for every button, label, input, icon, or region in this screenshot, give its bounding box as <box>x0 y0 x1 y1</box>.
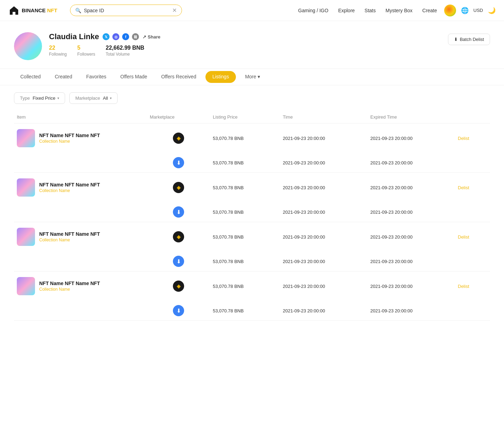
profile-name-row: Claudia Linke 𝕏 ◎ f ⛓ ↗ Share <box>49 32 490 41</box>
tab-collected[interactable]: Collected <box>14 69 47 85</box>
tab-listings[interactable]: Listings <box>205 71 236 83</box>
facebook-icon[interactable]: f <box>122 33 129 40</box>
table-row: NFT Name NFT Name NFT Collection Name ◈ … <box>14 271 490 301</box>
price-cell-2a: 53,070.78 BNB <box>210 185 280 190</box>
nav-mystery-box[interactable]: Mystery Box <box>386 8 413 13</box>
nft-thumbnail-3[interactable] <box>17 228 35 246</box>
language-icon[interactable]: 🌐 <box>461 7 469 14</box>
time-cell-3b: 2021-09-23 20:00:00 <box>280 259 368 264</box>
expired-cell-3b: 2021-09-23 20:00:00 <box>368 259 455 264</box>
svg-marker-0 <box>10 6 18 15</box>
expired-cell-1b: 2021-09-23 20:00:00 <box>368 160 455 165</box>
nav-stats[interactable]: Stats <box>365 8 376 13</box>
marketplace-cell-3b: ⬇ <box>147 256 210 267</box>
marketplace-cell-4b: ⬇ <box>147 305 210 316</box>
nft-group-3: NFT Name NFT Name NFT Collection Name ◈ … <box>14 222 490 271</box>
blue-marketplace-icon: ⬇ <box>173 305 184 316</box>
price-cell-4a: 53,070.78 BNB <box>210 284 280 289</box>
tabs-section: Collected Created Favorites Offers Made … <box>0 69 504 85</box>
table-row: ⬇ 53,070.78 BNB 2021-09-23 20:00:00 2021… <box>14 301 490 320</box>
profile-name: Claudia Linke <box>49 32 99 41</box>
user-avatar[interactable] <box>444 5 456 16</box>
blue-marketplace-icon: ⬇ <box>173 256 184 267</box>
expired-cell-4a: 2021-09-23 20:00:00 <box>368 284 455 289</box>
total-volume-stat: 22,662.99 BNB Total Volume <box>106 45 144 57</box>
nft-collection-3[interactable]: Collection Name <box>39 238 100 242</box>
chevron-down-icon: ▾ <box>258 74 260 79</box>
table-row: NFT Name NFT Name NFT Collection Name ◈ … <box>14 173 490 202</box>
twitter-icon[interactable]: 𝕏 <box>103 33 110 40</box>
nav-gaming-igo[interactable]: Gaming / IGO <box>298 8 328 13</box>
chain-icon[interactable]: ⛓ <box>132 33 139 40</box>
col-item: Item <box>14 114 147 120</box>
nft-item-4: NFT Name NFT Name NFT Collection Name <box>14 277 147 295</box>
discord-icon[interactable]: ◎ <box>112 33 119 40</box>
tab-more[interactable]: More ▾ <box>239 69 266 85</box>
following-count: 22 <box>49 45 67 51</box>
listings-table: Item Marketplace Listing Price Time Expi… <box>0 111 504 321</box>
price-cell-3b: 53,070.78 BNB <box>210 259 280 264</box>
nft-item-1: NFT Name NFT Name NFT Collection Name <box>14 129 147 147</box>
following-stat: 22 Following <box>49 45 67 57</box>
nft-thumbnail-2[interactable] <box>17 178 35 197</box>
col-time: Time <box>280 114 368 120</box>
col-listing-price: Listing Price <box>210 114 280 120</box>
tab-created[interactable]: Created <box>48 69 78 85</box>
theme-toggle[interactable]: 🌙 <box>488 7 496 14</box>
share-button[interactable]: ↗ Share <box>142 34 160 40</box>
expired-cell-1a: 2021-09-23 20:00:00 <box>368 136 455 141</box>
price-cell-2b: 53,070.78 BNB <box>210 210 280 215</box>
nft-collection-1[interactable]: Collection Name <box>39 139 100 144</box>
binance-marketplace-icon: ◈ <box>173 133 184 144</box>
delist-button-1a[interactable]: Delist <box>458 136 469 141</box>
nft-name-3: NFT Name NFT Name NFT <box>39 231 100 237</box>
time-cell-2a: 2021-09-23 20:00:00 <box>280 185 368 190</box>
total-volume-label: Total Volume <box>106 52 144 57</box>
nav-create[interactable]: Create <box>422 8 437 13</box>
table-row: NFT Name NFT Name NFT Collection Name ◈ … <box>14 123 490 153</box>
table-row: ⬇ 53,070.78 BNB 2021-09-23 20:00:00 2021… <box>14 252 490 271</box>
nav-right: 🌐 USD 🌙 <box>444 5 496 16</box>
navbar: BINANCE NFT 🔍 ✕ Gaming / IGO Explore Sta… <box>0 0 504 21</box>
table-row: NFT Name NFT Name NFT Collection Name ◈ … <box>14 222 490 252</box>
time-cell-3a: 2021-09-23 20:00:00 <box>280 234 368 240</box>
type-filter[interactable]: Type Fixed Price ▾ <box>14 92 65 104</box>
time-cell-1a: 2021-09-23 20:00:00 <box>280 136 368 141</box>
search-input[interactable] <box>84 8 170 13</box>
currency-selector[interactable]: USD <box>474 8 483 13</box>
table-row: ⬇ 53,070.78 BNB 2021-09-23 20:00:00 2021… <box>14 202 490 222</box>
nft-collection-4[interactable]: Collection Name <box>39 287 100 292</box>
marketplace-chevron-icon: ▾ <box>110 96 112 100</box>
type-chevron-icon: ▾ <box>57 96 59 100</box>
delist-button-3a[interactable]: Delist <box>458 234 469 240</box>
delist-button-4a[interactable]: Delist <box>458 284 469 289</box>
marketplace-filter[interactable]: Marketplace All ▾ <box>69 92 118 104</box>
nft-thumbnail-4[interactable] <box>17 277 35 295</box>
delist-button-2a[interactable]: Delist <box>458 185 469 190</box>
table-row: ⬇ 53,070.78 BNB 2021-09-23 20:00:00 2021… <box>14 153 490 172</box>
table-header: Item Marketplace Listing Price Time Expi… <box>14 111 490 123</box>
marketplace-cell-1b: ⬇ <box>147 157 210 168</box>
logo[interactable]: BINANCE NFT <box>8 5 57 16</box>
nft-thumbnail-1[interactable] <box>17 129 35 147</box>
tab-favorites[interactable]: Favorites <box>80 69 113 85</box>
marketplace-value: All <box>103 95 108 101</box>
type-value: Fixed Price <box>33 95 55 101</box>
batch-delist-icon: ⬇ <box>454 37 458 42</box>
tab-offers-made[interactable]: Offers Made <box>114 69 154 85</box>
nft-collection-2[interactable]: Collection Name <box>39 188 100 193</box>
time-cell-4a: 2021-09-23 20:00:00 <box>280 284 368 289</box>
profile-stats: 22 Following 5 Followers 22,662.99 BNB T… <box>49 45 490 57</box>
expired-cell-2b: 2021-09-23 20:00:00 <box>368 210 455 215</box>
nft-group-2: NFT Name NFT Name NFT Collection Name ◈ … <box>14 173 490 222</box>
price-cell-3a: 53,070.78 BNB <box>210 234 280 240</box>
followers-count: 5 <box>77 45 95 51</box>
batch-delist-button[interactable]: ⬇ Batch Delist <box>448 34 490 45</box>
col-expired-time: Expired Time <box>368 114 455 120</box>
nft-group-4: NFT Name NFT Name NFT Collection Name ◈ … <box>14 271 490 321</box>
expired-cell-4b: 2021-09-23 20:00:00 <box>368 308 455 313</box>
nft-name-4: NFT Name NFT Name NFT <box>39 281 100 286</box>
tab-offers-received[interactable]: Offers Received <box>155 69 203 85</box>
nav-explore[interactable]: Explore <box>338 8 355 13</box>
search-clear-icon[interactable]: ✕ <box>172 7 177 14</box>
